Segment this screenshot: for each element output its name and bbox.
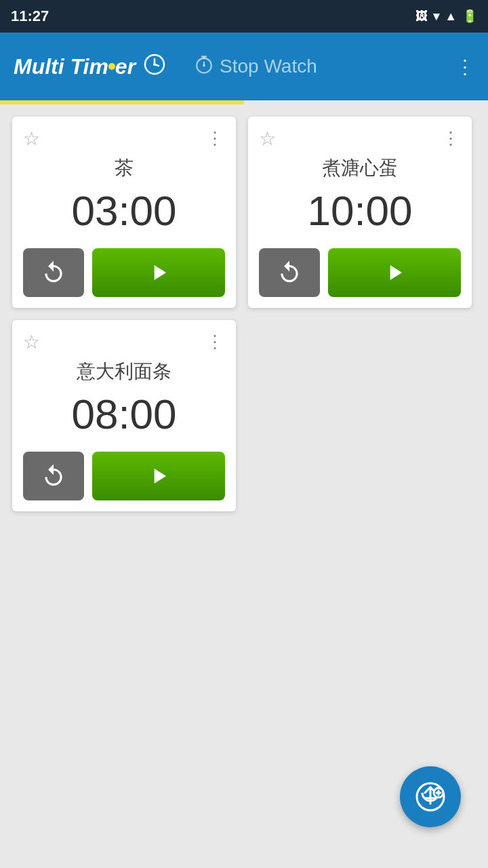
signal-icon: ▲	[445, 9, 457, 24]
app-title-text: Multi Timer	[14, 54, 136, 79]
timer-name-0: 茶	[23, 155, 225, 181]
wifi-icon: ▾	[433, 9, 439, 24]
status-time: 11:27	[11, 7, 49, 25]
card-more-button-1[interactable]: ⋮	[442, 128, 461, 149]
reset-button-0[interactable]	[23, 248, 84, 297]
battery-icon: 🔋	[462, 9, 477, 24]
favorite-button-0[interactable]: ☆	[23, 127, 40, 150]
app-clock-icon	[142, 52, 167, 81]
timer-grid: ☆ ⋮ 茶 03:00 ☆ ⋮ 煮溏心蛋 10:00	[0, 104, 488, 511]
timer-time-1: 10:00	[259, 186, 461, 235]
play-button-0[interactable]	[92, 248, 225, 297]
overflow-menu-button[interactable]: ⋮	[455, 56, 474, 78]
timer-time-2: 08:00	[23, 390, 225, 438]
card-buttons-2	[23, 452, 225, 500]
reset-button-1[interactable]	[259, 248, 320, 297]
add-timer-fab[interactable]	[400, 766, 461, 827]
stopwatch-label: Stop Watch	[220, 56, 317, 77]
stopwatch-icon	[194, 54, 214, 79]
tab-indicator-bar	[0, 100, 488, 104]
reset-button-2[interactable]	[23, 452, 84, 500]
favorite-button-2[interactable]: ☆	[23, 331, 40, 353]
status-icons: 🖼 ▾ ▲ 🔋	[415, 9, 477, 24]
timer-name-1: 煮溏心蛋	[259, 155, 461, 181]
timer-card-2: ☆ ⋮ 意大利面条 08:00	[12, 320, 236, 511]
timer-card-0: ☆ ⋮ 茶 03:00	[12, 117, 236, 308]
card-header-2: ☆ ⋮	[23, 331, 225, 353]
card-more-button-2[interactable]: ⋮	[206, 332, 225, 353]
timer-time-0: 03:00	[23, 186, 225, 235]
card-buttons-0	[23, 248, 225, 297]
svg-point-3	[153, 63, 156, 66]
play-button-1[interactable]	[328, 248, 461, 297]
play-button-2[interactable]	[92, 452, 225, 500]
tab-active-indicator	[0, 100, 244, 104]
status-bar: 11:27 🖼 ▾ ▲ 🔋	[0, 0, 488, 33]
timer-name-2: 意大利面条	[23, 359, 225, 384]
card-buttons-1	[259, 248, 461, 297]
favorite-button-1[interactable]: ☆	[259, 127, 276, 150]
stopwatch-tab[interactable]: Stop Watch	[194, 54, 317, 79]
card-header-0: ☆ ⋮	[23, 127, 225, 150]
card-more-button-0[interactable]: ⋮	[206, 128, 225, 149]
toolbar: Multi Timer Stop Watch ⋮	[0, 33, 488, 100]
card-header-1: ☆ ⋮	[259, 127, 461, 150]
image-icon: 🖼	[415, 9, 428, 24]
timer-card-1: ☆ ⋮ 煮溏心蛋 10:00	[248, 117, 472, 308]
svg-point-8	[203, 64, 205, 66]
app-title: Multi Timer	[14, 52, 167, 81]
